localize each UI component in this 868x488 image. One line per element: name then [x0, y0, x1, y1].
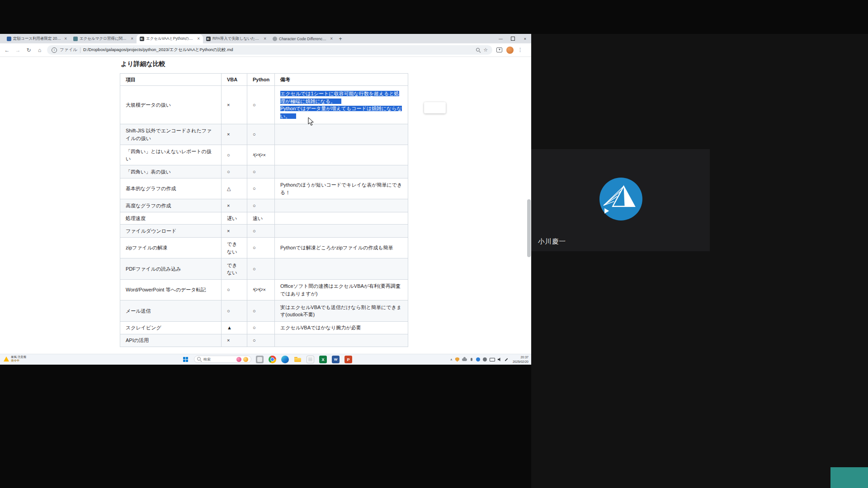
forward-icon[interactable]: → [14, 47, 21, 53]
table-row: 「四角い」表の扱い ○ ○ [120, 165, 408, 178]
minimize-button[interactable]: — [495, 34, 507, 43]
note-cell [275, 145, 408, 165]
participant-name: 小川慶一 [538, 237, 566, 246]
vba-cell: ○ [222, 145, 247, 165]
chrome-icon[interactable] [269, 356, 276, 363]
clock-time: 20:37 [520, 356, 528, 359]
weather-alert-icon [4, 357, 9, 361]
display-tray-icon[interactable] [490, 358, 495, 361]
markdown-favicon: M↓ [206, 37, 211, 41]
meeting-screen: 定額コース利用者限定 2025年02 × エクセルマクロ習得に関係するD4つ ×… [0, 0, 868, 488]
word-icon[interactable] [332, 356, 340, 363]
clock-date: 2025/02/20 [513, 360, 528, 363]
microphone-tray-icon[interactable] [471, 358, 472, 361]
system-tray: ∧ 20:37 2025/02/20 [450, 354, 528, 365]
tab-close-icon[interactable]: × [264, 37, 266, 41]
tab-close-icon[interactable]: × [197, 37, 200, 41]
taskbar-clock[interactable]: 20:37 2025/02/20 [511, 355, 528, 364]
item-cell: 大規模データの扱い [120, 86, 222, 124]
maximize-button[interactable] [507, 34, 519, 43]
floating-overlay-box [424, 102, 446, 113]
note-cell: エクセルでは1シートに収容可能な行数を超えると処理が極端に煩雑になる。 Pyth… [275, 86, 408, 124]
tab-character-code[interactable]: Character Code Differences Be × [269, 34, 336, 43]
browser-menu-icon[interactable]: ⋮ [518, 47, 523, 53]
item-cell: 処理速度 [120, 212, 222, 225]
tab-close-icon[interactable]: × [64, 37, 67, 41]
header-vba: VBA [222, 74, 247, 86]
tab-close-icon[interactable]: × [330, 37, 333, 41]
header-item: 項目 [120, 74, 222, 86]
table-row: 高度なグラフの作成 × ○ [120, 199, 408, 212]
tab-favicon [73, 37, 78, 41]
markdown-preview: より詳細な比較 項目 VBA Python 備考 大規模データの扱い × ○ [0, 57, 531, 354]
table-header-row: 項目 VBA Python 備考 [120, 74, 408, 86]
volume-icon[interactable] [498, 357, 502, 361]
tray-icon[interactable] [483, 357, 487, 361]
note-cell [275, 165, 408, 178]
tab-members-course[interactable]: 定額コース利用者限定 2025年02 × [4, 34, 70, 43]
profile-avatar[interactable] [506, 47, 514, 54]
task-view-icon[interactable] [256, 356, 264, 363]
home-icon[interactable]: ⌂ [36, 47, 43, 53]
python-cell: 速い [247, 212, 275, 225]
bookmark-star-icon[interactable]: ☆ [483, 47, 488, 52]
vba-cell: ○ [222, 280, 247, 300]
install-app-icon[interactable] [496, 47, 502, 52]
zoom-icon[interactable] [476, 48, 481, 52]
scrollbar-thumb[interactable] [527, 199, 531, 257]
vba-cell: × [222, 225, 247, 238]
bluetooth-tray-icon[interactable] [476, 357, 480, 361]
pen-tray-icon[interactable] [505, 358, 508, 361]
reload-icon[interactable]: ↻ [25, 47, 32, 53]
tab-favicon [7, 37, 11, 41]
note-cell: Pythonでは解凍どころかzipファイルの作成も簡単 [275, 238, 408, 258]
python-cell: ○ [247, 258, 275, 280]
close-button[interactable]: × [519, 34, 531, 43]
file-explorer-icon[interactable] [294, 356, 302, 363]
edge-icon[interactable] [281, 356, 289, 363]
weather-widget[interactable]: 暴風 注意報 発令中 [4, 355, 26, 363]
table-row: Shift-JIS 以外でエンコードされたファイルの扱い × ○ [120, 124, 408, 145]
tab-close-icon[interactable]: × [131, 37, 133, 41]
item-cell: 「四角い」表の扱い [120, 165, 222, 178]
selected-text: エクセルでは1シートに収容可能な行数を超えると処理が極端に煩雑になる。 [280, 91, 399, 104]
onedrive-cloud-icon[interactable] [462, 358, 467, 361]
item-cell: 高度なグラフの作成 [120, 199, 222, 212]
tab-rpa[interactable]: M↓ RPA導入で失敗しないために知って × [203, 34, 269, 43]
back-icon[interactable]: ← [4, 47, 10, 53]
security-tray-icon[interactable] [455, 357, 459, 362]
page-title: より詳細な比較 [121, 60, 165, 68]
table-row: スクレイピング ▲ ○ エクセルVBAではかなり腕力が必要 [120, 322, 408, 334]
table-row: PDFファイルの読み込み できない ○ [120, 258, 408, 280]
table-row: ファイルダウンロード × ○ [120, 225, 408, 238]
tab-excel-macro[interactable]: エクセルマクロ習得に関係するD4つ × [70, 34, 137, 43]
note-cell: Officeソフト間の連携はエクセルVBAが有利(要再調査ではありますが) [275, 280, 408, 300]
weather-alert-label: 暴風 注意報 [11, 355, 26, 358]
item-cell: Shift-JIS 以外でエンコードされたファイルの扱い [120, 124, 222, 145]
table-row: Word/PowerPoint 等へのデータ転記 ○ やや× Officeソフト… [120, 280, 408, 300]
python-cell: ○ [247, 300, 275, 322]
taskbar-search[interactable]: 検索 [194, 356, 251, 363]
vba-cell: × [222, 86, 247, 124]
header-note: 備考 [275, 74, 408, 86]
tab-vba-python-comparison[interactable]: M↓ エクセルVAAとPythonの比較.md × [137, 34, 203, 43]
table-row: 大規模データの扱い × ○ エクセルでは1シートに収容可能な行数を超えると処理が… [120, 86, 408, 124]
python-cell: ○ [247, 124, 275, 145]
windows-taskbar: 暴風 注意報 発令中 検索 ∧ [0, 354, 531, 365]
weather-text: 暴風 注意報 発令中 [11, 355, 26, 363]
python-cell: やや× [247, 145, 275, 165]
note-cell [275, 199, 408, 212]
python-cell: やや× [247, 280, 275, 300]
start-button[interactable] [183, 357, 188, 362]
tray-expand-chevron[interactable]: ∧ [450, 358, 453, 361]
powerpoint-icon[interactable] [344, 356, 352, 363]
notepad-icon[interactable] [307, 356, 314, 363]
item-cell: PDFファイルの読み込み [120, 258, 222, 280]
info-icon[interactable]: i [52, 47, 57, 53]
header-python: Python [247, 74, 275, 86]
new-tab-button[interactable]: + [336, 34, 345, 43]
excel-icon[interactable] [319, 356, 327, 363]
vba-cell: △ [222, 178, 247, 199]
address-bar[interactable]: i ファイル D:/Dropbox/galapagos/projects/pyt… [47, 45, 492, 55]
item-cell: Word/PowerPoint 等へのデータ転記 [120, 280, 222, 300]
